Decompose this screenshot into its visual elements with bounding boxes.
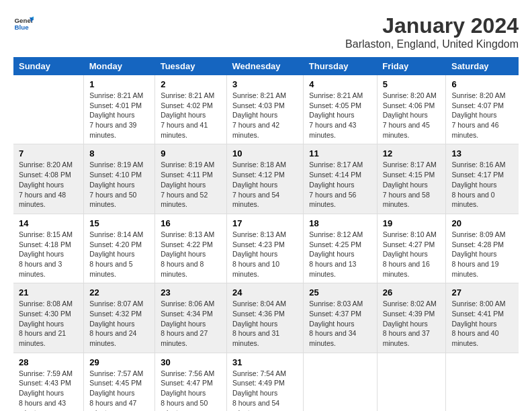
day-number: 2 bbox=[161, 79, 221, 89]
day-number: 1 bbox=[89, 79, 149, 89]
week-row-1: 1Sunrise: 8:21 AMSunset: 4:01 PMDaylight… bbox=[13, 75, 519, 144]
day-info: Sunrise: 8:14 AMSunset: 4:20 PMDaylight … bbox=[89, 230, 149, 279]
svg-text:Blue: Blue bbox=[15, 24, 30, 31]
day-info: Sunrise: 8:13 AMSunset: 4:22 PMDaylight … bbox=[161, 230, 221, 279]
calendar-cell: 24Sunrise: 8:04 AMSunset: 4:36 PMDayligh… bbox=[227, 283, 304, 353]
calendar-cell: 20Sunrise: 8:09 AMSunset: 4:28 PMDayligh… bbox=[446, 214, 519, 283]
subtitle: Barlaston, England, United Kingdom bbox=[345, 38, 519, 50]
day-info: Sunrise: 8:19 AMSunset: 4:11 PMDaylight … bbox=[161, 160, 221, 209]
day-number: 7 bbox=[19, 148, 78, 158]
day-info: Sunrise: 8:18 AMSunset: 4:12 PMDaylight … bbox=[232, 160, 298, 209]
calendar-cell: 12Sunrise: 8:17 AMSunset: 4:15 PMDayligh… bbox=[377, 144, 446, 214]
day-info: Sunrise: 8:07 AMSunset: 4:32 PMDaylight … bbox=[89, 299, 149, 348]
calendar-cell: 28Sunrise: 7:59 AMSunset: 4:43 PMDayligh… bbox=[13, 353, 84, 411]
calendar-cell: 10Sunrise: 8:18 AMSunset: 4:12 PMDayligh… bbox=[227, 144, 304, 214]
calendar-cell bbox=[446, 353, 519, 411]
day-number: 30 bbox=[161, 357, 221, 367]
day-number: 9 bbox=[161, 148, 221, 158]
day-info: Sunrise: 8:17 AMSunset: 4:14 PMDaylight … bbox=[309, 160, 371, 209]
day-info: Sunrise: 8:10 AMSunset: 4:27 PMDaylight … bbox=[383, 230, 441, 279]
day-number: 16 bbox=[161, 218, 221, 228]
day-number: 18 bbox=[309, 218, 371, 228]
calendar-cell: 19Sunrise: 8:10 AMSunset: 4:27 PMDayligh… bbox=[377, 214, 446, 283]
day-number: 6 bbox=[451, 79, 513, 89]
day-number: 23 bbox=[161, 287, 221, 298]
day-number: 21 bbox=[19, 287, 78, 298]
calendar-cell: 22Sunrise: 8:07 AMSunset: 4:32 PMDayligh… bbox=[84, 283, 155, 353]
calendar-cell: 27Sunrise: 8:00 AMSunset: 4:41 PMDayligh… bbox=[446, 283, 519, 353]
day-number: 26 bbox=[383, 287, 441, 298]
header-day-thursday: Thursday bbox=[304, 57, 377, 75]
day-info: Sunrise: 8:16 AMSunset: 4:17 PMDaylight … bbox=[451, 160, 513, 209]
week-row-3: 14Sunrise: 8:15 AMSunset: 4:18 PMDayligh… bbox=[13, 214, 519, 283]
title-area: January 2024 Barlaston, England, United … bbox=[345, 13, 519, 50]
day-number: 13 bbox=[451, 148, 513, 158]
week-row-2: 7Sunrise: 8:20 AMSunset: 4:08 PMDaylight… bbox=[13, 144, 519, 214]
day-info: Sunrise: 7:57 AMSunset: 4:45 PMDaylight … bbox=[89, 369, 149, 411]
day-info: Sunrise: 8:08 AMSunset: 4:30 PMDaylight … bbox=[19, 299, 78, 348]
day-number: 29 bbox=[89, 357, 149, 367]
day-number: 24 bbox=[232, 287, 298, 298]
day-info: Sunrise: 8:04 AMSunset: 4:36 PMDaylight … bbox=[232, 299, 298, 348]
day-number: 12 bbox=[383, 148, 441, 158]
day-info: Sunrise: 8:20 AMSunset: 4:08 PMDaylight … bbox=[19, 160, 78, 209]
calendar-cell: 21Sunrise: 8:08 AMSunset: 4:30 PMDayligh… bbox=[13, 283, 84, 353]
calendar-cell: 7Sunrise: 8:20 AMSunset: 4:08 PMDaylight… bbox=[13, 144, 84, 214]
day-info: Sunrise: 8:02 AMSunset: 4:39 PMDaylight … bbox=[383, 299, 441, 348]
day-number: 3 bbox=[232, 79, 298, 89]
day-number: 25 bbox=[309, 287, 371, 298]
day-number: 17 bbox=[232, 218, 298, 228]
week-row-4: 21Sunrise: 8:08 AMSunset: 4:30 PMDayligh… bbox=[13, 283, 519, 353]
header: General Blue January 2024 Barlaston, Eng… bbox=[13, 13, 519, 50]
calendar-cell: 30Sunrise: 7:56 AMSunset: 4:47 PMDayligh… bbox=[155, 353, 227, 411]
day-number: 4 bbox=[309, 79, 371, 89]
day-number: 20 bbox=[451, 218, 513, 228]
day-info: Sunrise: 8:21 AMSunset: 4:02 PMDaylight … bbox=[161, 91, 221, 140]
calendar-cell bbox=[13, 75, 84, 144]
calendar-cell: 6Sunrise: 8:20 AMSunset: 4:07 PMDaylight… bbox=[446, 75, 519, 144]
day-info: Sunrise: 8:13 AMSunset: 4:23 PMDaylight … bbox=[232, 230, 298, 279]
week-row-5: 28Sunrise: 7:59 AMSunset: 4:43 PMDayligh… bbox=[13, 353, 519, 411]
calendar-cell: 11Sunrise: 8:17 AMSunset: 4:14 PMDayligh… bbox=[304, 144, 377, 214]
day-info: Sunrise: 8:21 AMSunset: 4:03 PMDaylight … bbox=[232, 91, 298, 140]
day-number: 15 bbox=[89, 218, 149, 228]
calendar-cell bbox=[377, 353, 446, 411]
header-day-saturday: Saturday bbox=[446, 57, 519, 75]
calendar-cell: 14Sunrise: 8:15 AMSunset: 4:18 PMDayligh… bbox=[13, 214, 84, 283]
calendar-cell: 1Sunrise: 8:21 AMSunset: 4:01 PMDaylight… bbox=[84, 75, 155, 144]
day-info: Sunrise: 8:09 AMSunset: 4:28 PMDaylight … bbox=[451, 230, 513, 279]
day-info: Sunrise: 8:00 AMSunset: 4:41 PMDaylight … bbox=[451, 299, 513, 348]
day-info: Sunrise: 8:20 AMSunset: 4:07 PMDaylight … bbox=[451, 91, 513, 140]
day-info: Sunrise: 8:21 AMSunset: 4:01 PMDaylight … bbox=[89, 91, 149, 140]
day-number: 10 bbox=[232, 148, 298, 158]
logo: General Blue bbox=[13, 13, 34, 34]
calendar-cell: 13Sunrise: 8:16 AMSunset: 4:17 PMDayligh… bbox=[446, 144, 519, 214]
day-info: Sunrise: 8:03 AMSunset: 4:37 PMDaylight … bbox=[309, 299, 371, 348]
day-info: Sunrise: 7:59 AMSunset: 4:43 PMDaylight … bbox=[19, 369, 78, 411]
header-day-friday: Friday bbox=[377, 57, 446, 75]
calendar-table: SundayMondayTuesdayWednesdayThursdayFrid… bbox=[13, 57, 519, 411]
calendar-cell: 23Sunrise: 8:06 AMSunset: 4:34 PMDayligh… bbox=[155, 283, 227, 353]
calendar-cell: 26Sunrise: 8:02 AMSunset: 4:39 PMDayligh… bbox=[377, 283, 446, 353]
header-day-tuesday: Tuesday bbox=[155, 57, 227, 75]
calendar-cell: 15Sunrise: 8:14 AMSunset: 4:20 PMDayligh… bbox=[84, 214, 155, 283]
day-info: Sunrise: 8:12 AMSunset: 4:25 PMDaylight … bbox=[309, 230, 371, 279]
day-number: 5 bbox=[383, 79, 441, 89]
calendar-cell: 8Sunrise: 8:19 AMSunset: 4:10 PMDaylight… bbox=[84, 144, 155, 214]
calendar-cell: 2Sunrise: 8:21 AMSunset: 4:02 PMDaylight… bbox=[155, 75, 227, 144]
calendar-cell bbox=[304, 353, 377, 411]
calendar-cell: 3Sunrise: 8:21 AMSunset: 4:03 PMDaylight… bbox=[227, 75, 304, 144]
day-info: Sunrise: 8:06 AMSunset: 4:34 PMDaylight … bbox=[161, 299, 221, 348]
day-info: Sunrise: 8:20 AMSunset: 4:06 PMDaylight … bbox=[383, 91, 441, 140]
day-number: 11 bbox=[309, 148, 371, 158]
day-info: Sunrise: 8:19 AMSunset: 4:10 PMDaylight … bbox=[89, 160, 149, 209]
calendar-cell: 4Sunrise: 8:21 AMSunset: 4:05 PMDaylight… bbox=[304, 75, 377, 144]
calendar-cell: 31Sunrise: 7:54 AMSunset: 4:49 PMDayligh… bbox=[227, 353, 304, 411]
calendar-cell: 18Sunrise: 8:12 AMSunset: 4:25 PMDayligh… bbox=[304, 214, 377, 283]
main-title: January 2024 bbox=[345, 13, 519, 38]
calendar-cell: 16Sunrise: 8:13 AMSunset: 4:22 PMDayligh… bbox=[155, 214, 227, 283]
day-number: 14 bbox=[19, 218, 78, 228]
calendar-cell: 29Sunrise: 7:57 AMSunset: 4:45 PMDayligh… bbox=[84, 353, 155, 411]
day-info: Sunrise: 7:56 AMSunset: 4:47 PMDaylight … bbox=[161, 369, 221, 411]
calendar-cell: 17Sunrise: 8:13 AMSunset: 4:23 PMDayligh… bbox=[227, 214, 304, 283]
